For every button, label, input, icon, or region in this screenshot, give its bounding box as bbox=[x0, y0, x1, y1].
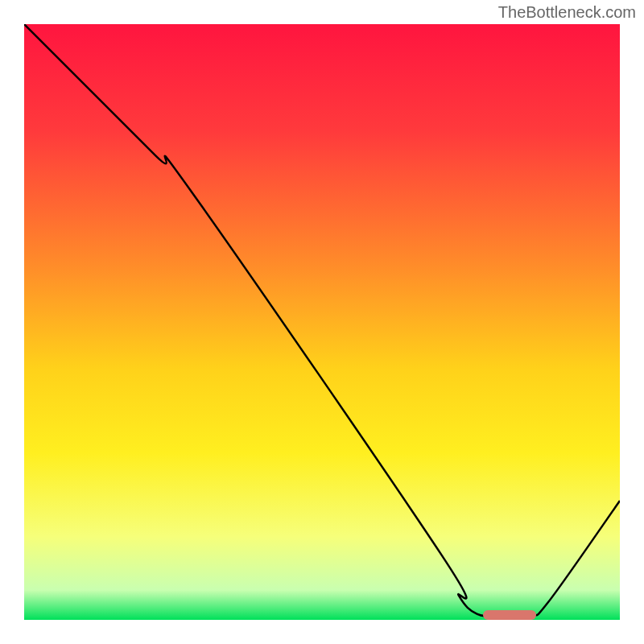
optimum-marker bbox=[483, 610, 537, 620]
plot-area bbox=[24, 24, 620, 620]
watermark-text: TheBottleneck.com bbox=[498, 3, 636, 22]
chart-container: TheBottleneck.com bbox=[0, 0, 644, 644]
line-chart-svg bbox=[24, 24, 620, 620]
